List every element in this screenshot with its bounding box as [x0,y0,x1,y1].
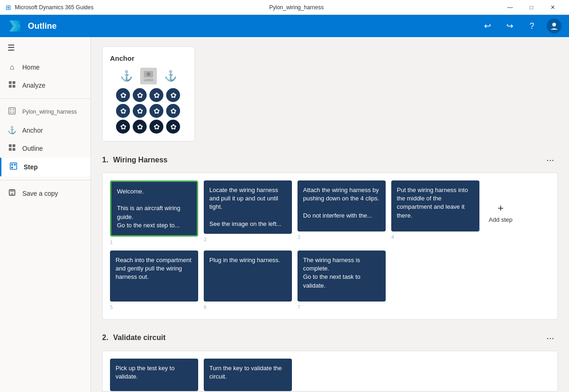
step-card-3[interactable]: Attach the wiring harness by pushing dow… [297,180,386,231]
header-title: Outline [28,21,57,31]
step-card-6[interactable]: Plug in the wiring harness. [204,251,292,302]
task2-more-button[interactable]: ··· [543,331,558,345]
step-card-1[interactable]: Welcome. This is an aircraft wiring guid… [110,180,198,237]
anchor-grid-item: ✿ [166,104,180,118]
table-row: Turn the key to validate the circuit. [204,359,292,391]
header-right: ↩ ↪ ? [480,19,562,33]
anchor-title: Anchor [110,54,187,62]
svg-rect-18 [14,164,16,166]
sidebar-outline-label: Outline [22,145,43,152]
step-number-6: 6 [204,304,292,310]
add-step-button[interactable]: + Add step [485,199,516,227]
step-card-7[interactable]: The wiring harness is complete. Go to th… [297,251,386,302]
add-step-area: + Add step [485,180,516,245]
anchor-icons: ⚓ LOGO ⚓ ✿ ✿ ✿ ✿ ✿ [110,68,187,134]
task2-step-card-2[interactable]: Turn the key to validate the circuit. [204,359,292,391]
svg-rect-14 [9,148,12,151]
svg-rect-8 [10,109,12,110]
anchor-top-row: ⚓ LOGO ⚓ [120,68,177,84]
table-row: Attach the wiring harness by pushing dow… [297,180,386,245]
task1-title: 1. Wiring Harness [102,156,168,164]
task1-section: 1. Wiring Harness ··· Welcome. This is a… [102,153,558,320]
sidebar-save-copy-label: Save a copy [22,190,58,197]
title-bar-left: ⊞ Microsoft Dynamics 365 Guides [6,4,93,11]
minimize-button[interactable]: — [499,0,521,15]
svg-rect-4 [13,81,15,84]
task2-header: 2. Validate circuit ··· [102,331,558,345]
anchor-card: Anchor ⚓ LOGO ⚓ ✿ ✿ ✿ [102,46,195,141]
anchor-grid: ✿ ✿ ✿ ✿ ✿ ✿ ✿ ✿ ✿ ✿ ✿ ✿ [116,88,181,134]
step-icon [9,162,18,172]
svg-rect-17 [11,164,13,166]
anchor-grid-item: ✿ [149,120,163,134]
svg-rect-21 [10,190,14,192]
step-card-2[interactable]: Locate the wiring harness and pull it up… [204,180,292,234]
sidebar-anchor-label: Anchor [22,127,43,134]
home-icon: ⌂ [7,63,17,71]
step-number-7: 7 [297,304,386,310]
header-bar: Outline ↩ ↪ ? [0,15,569,37]
undo-button[interactable]: ↩ [480,19,495,33]
step-number-4: 4 [391,234,479,240]
sidebar-item-home[interactable]: ⌂ Home [0,58,91,76]
task2-step-card-1[interactable]: Pick up the test key to validate. [110,359,198,391]
guide-name-label: Pylon_wiring_harness [22,109,77,115]
anchor-grid-item: ✿ [133,104,147,118]
table-row: Plug in the wiring harness. 6 [204,251,292,310]
main-layout: ☰ ⌂ Home Analyze [0,37,569,392]
anchor-grid-item: ✿ [116,88,130,102]
content-area: Anchor ⚓ LOGO ⚓ ✿ ✿ ✿ [91,37,569,392]
sidebar-divider-2 [0,180,91,180]
sidebar-item-analyze[interactable]: Analyze [0,76,91,95]
anchor-grid-item: ✿ [116,120,130,134]
task2-steps-row: Pick up the test key to validate. Turn t… [110,359,550,391]
task2-section: 2. Validate circuit ··· Pick up the test… [102,331,558,392]
table-row: Pick up the test key to validate. [110,359,198,391]
anchor-left-icon: ⚓ [120,70,133,82]
task1-steps-container: Welcome. This is an aircraft wiring guid… [102,173,558,320]
sidebar-divider-1 [0,98,91,99]
hamburger-menu[interactable]: ☰ [0,37,91,58]
svg-rect-10 [10,111,12,113]
anchor-grid-item: ✿ [166,88,180,102]
avatar[interactable] [547,19,562,33]
svg-rect-22 [11,193,13,195]
guide-icon [7,107,17,116]
table-row: Welcome. This is an aircraft wiring guid… [110,180,198,245]
task1-steps-row1: Welcome. This is an aircraft wiring guid… [110,180,550,245]
add-step-label: Add step [489,216,512,223]
table-row: Reach into the compartment and gently pu… [110,251,198,310]
window-title: Pylon_wiring_harness [269,4,323,11]
task1-more-button[interactable]: ··· [543,153,558,167]
sidebar-analyze-label: Analyze [22,82,45,89]
redo-button[interactable]: ↪ [502,19,517,33]
header-left: Outline [7,19,57,33]
close-button[interactable]: ✕ [542,0,563,15]
add-step-icon: + [498,202,504,214]
anchor-grid-item: ✿ [116,104,130,118]
step-number-3: 3 [297,234,386,240]
svg-rect-6 [13,85,15,88]
analyze-icon [7,81,17,90]
sidebar: ☰ ⌂ Home Analyze [0,37,91,392]
step-number-2: 2 [204,237,292,242]
svg-rect-5 [9,85,12,88]
anchor-grid-item: ✿ [149,104,163,118]
table-row: Locate the wiring harness and pull it up… [204,180,292,245]
save-copy-icon [7,189,17,198]
step-number-1: 1 [110,239,198,245]
sidebar-item-outline[interactable]: Outline [0,139,91,158]
sidebar-step-label: Step [24,163,38,171]
maximize-button[interactable]: □ [521,0,542,15]
sidebar-item-anchor[interactable]: ⚓ Anchor [0,121,91,139]
svg-rect-15 [13,148,15,151]
step-card-4[interactable]: Put the wiring harness into the middle o… [391,180,479,231]
help-button[interactable]: ? [524,19,539,33]
task1-steps-row2: Reach into the compartment and gently pu… [110,251,550,310]
svg-rect-12 [9,144,12,147]
step-card-5[interactable]: Reach into the compartment and gently pu… [110,251,198,302]
sidebar-item-save-copy[interactable]: Save a copy [0,184,91,203]
step-number-5: 5 [110,304,198,310]
sidebar-item-step[interactable]: Step [0,158,91,176]
anchor-grid-item: ✿ [133,88,147,102]
